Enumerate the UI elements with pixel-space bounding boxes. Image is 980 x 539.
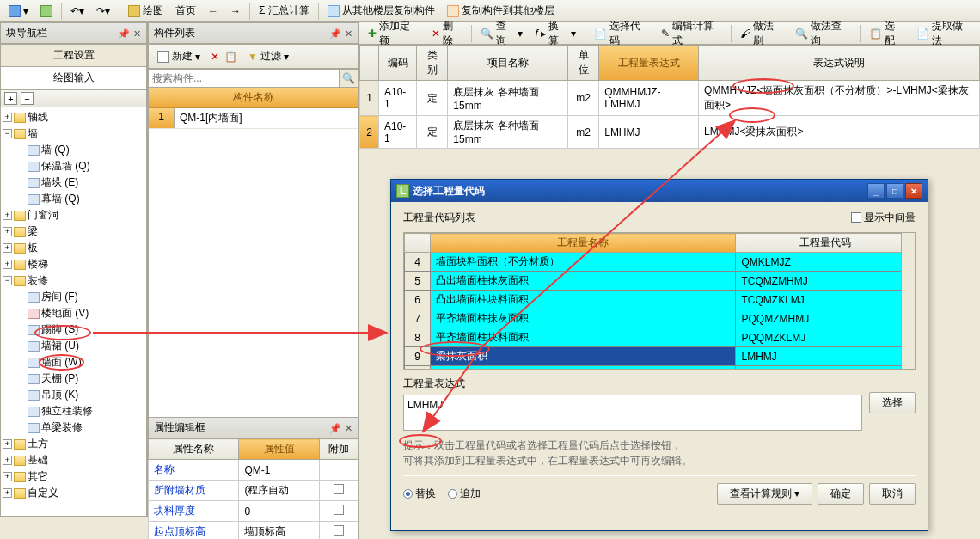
table-row[interactable]: 1A10-1定底层抹灰 各种墙面 15mmm2QMMHMJZ-LMHMJQMMH… (360, 81, 980, 116)
tb-icon[interactable]: ▾ (3, 3, 34, 19)
expand-icon[interactable]: − (3, 129, 12, 138)
tree-item[interactable]: 保温墙 (Q) (13, 158, 146, 175)
nav-tree[interactable]: +轴线−墙墙 (Q)保温墙 (Q)墙垛 (E)幕墙 (Q)+门窗洞+梁+板+楼梯… (0, 107, 147, 517)
nav-next[interactable]: → (225, 3, 246, 19)
tree-item[interactable]: +门窗洞 (1, 207, 146, 224)
tree-item[interactable]: +自定义 (1, 485, 146, 501)
close-icon[interactable]: ✕ (133, 28, 141, 39)
main-table[interactable]: 编码类别项目名称单位工程量表达式表达式说明 1A10-1定底层抹灰 各种墙面 1… (359, 45, 980, 149)
close-icon[interactable]: ✕ (345, 28, 352, 39)
code-row[interactable]: 6凸出墙面柱块料面积TCQMZKLMJ (405, 291, 915, 309)
home-btn[interactable]: 首页 (170, 2, 201, 20)
tree-item[interactable]: +基础 (1, 452, 146, 469)
show-mid-checkbox[interactable]: 显示中间量 (851, 211, 916, 225)
tree-item[interactable]: 踢脚 (S) (13, 322, 146, 338)
tree-item[interactable]: +土方 (1, 436, 146, 452)
tree-item[interactable]: 吊顶 (K) (13, 387, 146, 403)
hint-text: 提示：双击工程量代码或者选择工程量代码后点击选择按钮， 可将其添加到工程量表达式… (403, 438, 916, 469)
tree-label: 吊顶 (K) (41, 388, 78, 402)
tree-item[interactable]: −装修 (1, 273, 146, 289)
expand-icon[interactable]: + (3, 227, 12, 236)
tree-item[interactable]: +轴线 (1, 109, 146, 126)
code-row[interactable]: 9梁抹灰面积LMHMJ (405, 347, 915, 366)
new-button[interactable]: 新建 ▾ (152, 47, 205, 65)
tree-item[interactable]: 墙垛 (E) (13, 175, 146, 191)
dialog-titlebar[interactable]: L选择工程量代码 _ □ ✕ (391, 180, 928, 202)
tree-item[interactable]: −墙 (1, 126, 146, 142)
table-row[interactable]: 2A10-1定底层抹灰 各种墙面 15mmm2LMHMJLMHMJ<梁抹灰面积> (360, 116, 980, 149)
tree-label: 轴线 (28, 110, 48, 125)
expand-icon[interactable]: + (3, 211, 12, 220)
scrollbar[interactable] (901, 233, 915, 369)
pin-icon[interactable]: 📌 (329, 28, 341, 39)
del-icon[interactable]: ✕ (211, 51, 219, 63)
collapse-all[interactable]: − (21, 92, 34, 105)
folder-icon (28, 292, 40, 303)
nav-prev[interactable]: ← (203, 3, 224, 19)
tree-item[interactable]: +板 (1, 240, 146, 256)
tree-item[interactable]: 墙裙 (U) (13, 338, 146, 354)
search-input[interactable] (149, 70, 339, 87)
replace-radio[interactable]: 替换 (403, 487, 436, 501)
prop-row[interactable]: 名称QM-1 (149, 460, 358, 481)
close-button[interactable]: ✕ (905, 183, 922, 199)
prop-row[interactable]: 起点顶标高墙顶标高 (149, 522, 358, 540)
expand-icon[interactable]: + (3, 260, 12, 269)
view-rules-button[interactable]: 查看计算规则 ▾ (717, 483, 812, 505)
code-row[interactable]: 4墙面块料面积（不分材质）QMKLMJZ (405, 253, 915, 272)
expand-icon[interactable]: + (3, 113, 12, 122)
expand-icon[interactable]: + (3, 439, 12, 449)
close-icon[interactable]: ✕ (345, 423, 352, 433)
search-button[interactable]: 🔍 (339, 70, 358, 87)
expand-icon[interactable]: − (3, 276, 12, 285)
folder-icon (14, 456, 26, 466)
draw-btn[interactable]: 绘图 (123, 2, 168, 20)
tree-item[interactable]: 墙 (Q) (13, 142, 146, 158)
tree-item[interactable]: 墙面 (W) (13, 354, 146, 371)
expr-input[interactable]: LMHMJ (403, 395, 862, 431)
tree-item[interactable]: 楼地面 (V) (13, 305, 146, 322)
prop-row[interactable]: 所附墙材质(程序自动 (149, 481, 358, 501)
pin-icon[interactable]: 📌 (329, 423, 341, 433)
maximize-button[interactable]: □ (886, 183, 903, 199)
sum-btn[interactable]: Σ 汇总计算 (254, 2, 315, 20)
tree-item[interactable]: +楼梯 (1, 256, 146, 273)
nav-header: 块导航栏 📌✕ (0, 22, 147, 44)
code-row[interactable]: 5凸出墙面柱抹灰面积TCQMZMHMJ (405, 272, 915, 291)
tab-project[interactable]: 工程设置 (1, 45, 146, 66)
expand-icon[interactable]: + (3, 488, 12, 498)
append-radio[interactable]: 追加 (448, 487, 481, 501)
select-button[interactable]: 选择 (869, 392, 916, 413)
minimize-button[interactable]: _ (867, 183, 885, 199)
tab-draw-input[interactable]: 绘图输入 (1, 67, 146, 89)
code-row[interactable]: 7平齐墙面柱抹灰面积PQQMZMHMJ (405, 309, 915, 328)
prop-row[interactable]: 块料厚度0 (149, 501, 358, 522)
pin-icon[interactable]: 📌 (118, 28, 130, 39)
cancel-button[interactable]: 取消 (869, 483, 916, 505)
list-item[interactable]: 1 QM-1[内墙面] (149, 108, 358, 129)
tb-icon[interactable] (35, 3, 58, 19)
expand-icon[interactable]: + (3, 456, 12, 465)
ok-button[interactable]: 确定 (818, 483, 864, 505)
expand-icon[interactable]: + (3, 243, 12, 253)
tree-item[interactable]: 独立柱装修 (13, 403, 146, 420)
tree-item[interactable]: +其它 (1, 469, 146, 485)
prop-table[interactable]: 属性名称 属性值 附加 名称QM-1所附墙材质(程序自动块料厚度0起点顶标高墙顶… (148, 438, 358, 539)
copy-icon[interactable]: 📋 (224, 51, 237, 63)
tree-item[interactable]: 单梁装修 (13, 420, 146, 436)
folder-icon (28, 178, 40, 188)
tree-item[interactable]: +梁 (1, 224, 146, 240)
prop-title: 属性编辑框 (154, 420, 205, 435)
tree-item[interactable]: 幕墙 (Q) (13, 191, 146, 207)
tree-label: 梁 (28, 224, 38, 239)
code-table[interactable]: 工程量名称 工程量代码 4墙面块料面积（不分材质）QMKLMJZ5凸出墙面柱抹灰… (404, 233, 915, 370)
tree-item[interactable]: 房间 (F) (13, 289, 146, 305)
tb-redo[interactable]: ↷▾ (91, 3, 115, 19)
code-row[interactable]: 8平齐墙面柱块料面积PQQMZKLMJ (405, 328, 915, 347)
tree-item[interactable]: 天棚 (P) (13, 371, 146, 387)
expand-all[interactable]: + (4, 92, 17, 105)
filter-button[interactable]: ▼过滤 ▾ (242, 47, 294, 65)
tb-undo[interactable]: ↶▾ (65, 3, 89, 19)
expand-icon[interactable]: + (3, 472, 12, 481)
code-row[interactable]: 10梁块料面积LKLMJ (405, 366, 915, 371)
